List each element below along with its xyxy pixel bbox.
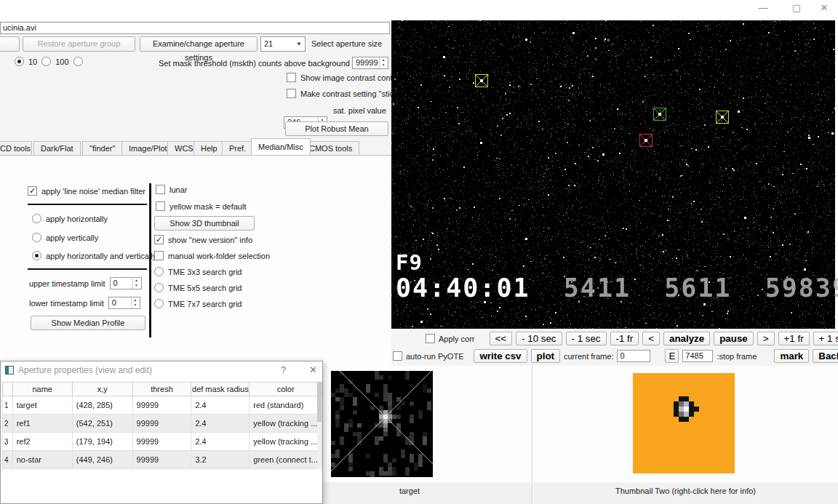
help-icon[interactable]: ?	[281, 364, 286, 375]
dialog-titlebar[interactable]: Aperture properties (view and edit) ? ✕	[1, 361, 322, 379]
zoom-10-radio[interactable]	[41, 57, 51, 66]
upper-timestamp-spinbox[interactable]: 0 ▲▼	[110, 277, 142, 289]
back-to-mark-button[interactable]: Back to 'mark'	[813, 349, 838, 363]
dialog-scrollbar[interactable]	[317, 382, 322, 469]
line-noise-filter-checkbox[interactable]: ✓	[28, 186, 37, 196]
cell-thresh[interactable]: 99999	[132, 396, 191, 415]
filename-field[interactable]: ucinia.avi	[0, 22, 390, 34]
stop-frame-input[interactable]: 7485	[682, 350, 713, 362]
close-icon[interactable]: ✕	[812, 0, 837, 16]
e-button[interactable]: E	[665, 349, 679, 363]
auto-run-pyote-checkbox[interactable]	[393, 351, 402, 361]
minimize-icon[interactable]: —	[751, 0, 775, 16]
zoom-100-radio[interactable]	[73, 57, 83, 66]
thumbnail-two-image[interactable]	[633, 373, 735, 473]
show-3d-thumbnail-button[interactable]: Show 3D thumbnail	[154, 216, 255, 231]
cell-xy[interactable]: (428, 285)	[72, 396, 132, 415]
apply-both-radio[interactable]	[32, 251, 41, 260]
target-box[interactable]	[639, 134, 653, 147]
tme-7x7-radio[interactable]	[154, 299, 164, 308]
col-name[interactable]: name	[12, 383, 72, 396]
cell-thresh[interactable]: 99999	[132, 433, 191, 451]
tab-median-misc[interactable]: Median/Misc	[251, 138, 311, 155]
tme-5x5-radio[interactable]	[154, 283, 164, 292]
cell-thresh[interactable]: 99999	[132, 451, 191, 469]
cell-xy[interactable]: (449, 246)	[72, 451, 132, 469]
tab-cmos-tools[interactable]: CMOS tools	[302, 141, 359, 155]
back-1frame-button[interactable]: -1 fr	[610, 332, 639, 345]
cell-color[interactable]: green (connect t...	[250, 451, 322, 469]
cell-radius[interactable]: 2.4	[191, 396, 250, 415]
cell-thresh[interactable]: 99999	[132, 415, 191, 433]
plot-robust-mean-button[interactable]: Plot Robust Mean	[285, 121, 388, 136]
col-thresh[interactable]: thresh	[132, 383, 191, 396]
lower-timestamp-spinbox[interactable]: 0 ▲▼	[108, 297, 140, 309]
col-radius[interactable]: def mask radius	[191, 383, 250, 396]
cell-radius[interactable]: 2.4	[191, 433, 250, 451]
table-row[interactable]: 1 target (428, 285) 99999 2.4 red (stand…	[3, 396, 322, 415]
cell-xy[interactable]: (542, 251)	[72, 415, 132, 433]
tab-pref[interactable]: Pref.	[222, 141, 253, 155]
jump-start-button[interactable]: <<	[490, 332, 513, 345]
cell-name[interactable]: ref1	[12, 415, 72, 433]
tab-finder[interactable]: "finder"	[82, 141, 122, 155]
cell-name[interactable]: target	[12, 396, 72, 415]
show-contrast-checkbox[interactable]	[287, 73, 296, 82]
close-icon[interactable]: ✕	[309, 364, 317, 375]
table-row[interactable]: 2 ref1 (542, 251) 99999 2.4 yellow (trac…	[3, 415, 322, 433]
no-star-box[interactable]	[653, 108, 666, 121]
cell-name[interactable]: no-star	[12, 451, 72, 469]
mark-button[interactable]: mark	[774, 349, 809, 363]
work-folder-checkbox[interactable]	[154, 251, 164, 260]
apply-horizontally-radio[interactable]	[32, 214, 41, 223]
apply-vertically-radio[interactable]	[32, 233, 41, 242]
back-10sec-button[interactable]: - 10 sec	[516, 332, 562, 345]
lunar-checkbox[interactable]	[156, 185, 165, 194]
cell-radius[interactable]: 3.2	[191, 451, 250, 469]
fwd-1frame-button[interactable]: +1 fr	[778, 332, 810, 345]
tab-image-plot[interactable]: Image/Plot	[121, 141, 175, 155]
cell-color[interactable]: yellow (tracking ...	[250, 415, 322, 433]
yellow-mask-checkbox[interactable]	[156, 201, 165, 211]
ref1-box[interactable]	[716, 111, 729, 124]
cell-color[interactable]: red (standard)	[250, 396, 322, 415]
table-row[interactable]: 3 ref2 (179, 194) 99999 2.4 yellow (trac…	[3, 433, 322, 451]
cell-name[interactable]: ref2	[12, 433, 72, 451]
restore-aperture-group-button[interactable]: Restore aperture group	[23, 36, 135, 52]
tab-ccd-tools[interactable]: CCD tools	[0, 141, 32, 155]
cell-radius[interactable]: 2.4	[191, 415, 250, 433]
play-forward-button[interactable]: >	[757, 332, 775, 345]
col-color[interactable]: color	[250, 383, 322, 396]
fwd-1sec-button[interactable]: + 1 sec	[813, 332, 838, 345]
aperture-size-select[interactable]: 21 ▼	[260, 36, 306, 52]
current-frame-input[interactable]: 0	[617, 350, 650, 362]
pause-button[interactable]: pause	[714, 332, 754, 345]
tab-help[interactable]: Help	[193, 141, 225, 155]
spinner-arrows-icon[interactable]: ▲▼	[131, 297, 139, 308]
tme-3x3-radio[interactable]	[154, 267, 164, 276]
show-median-profile-button[interactable]: Show Median Profile	[31, 316, 145, 330]
video-frame-image[interactable]: F9 04:40:01 5411 5611 59839	[391, 20, 835, 329]
spinner-arrows-icon[interactable]: ▲▼	[379, 57, 387, 68]
back-1sec-button[interactable]: - 1 sec	[566, 332, 607, 345]
cutoff-button[interactable]	[0, 36, 20, 52]
mask-threshold-spinbox[interactable]: 99999 ▲▼	[352, 57, 388, 69]
target-thumbnail-image[interactable]	[331, 371, 433, 477]
cell-color[interactable]: yellow (tracking ...	[250, 433, 322, 451]
plot-button[interactable]: plot	[531, 349, 560, 363]
write-csv-button[interactable]: write csv	[474, 349, 527, 363]
zoom-1-radio[interactable]	[15, 57, 24, 66]
col-xy[interactable]: x,y	[72, 383, 132, 396]
sticky-contrast-checkbox[interactable]	[287, 89, 296, 98]
table-row[interactable]: 4 no-star (449, 246) 99999 3.2 green (co…	[3, 451, 322, 469]
play-back-button[interactable]: <	[642, 332, 660, 345]
ref2-box[interactable]	[475, 74, 488, 87]
analyze-button[interactable]: analyze	[663, 332, 710, 345]
maximize-icon[interactable]: ▢	[784, 0, 809, 16]
spinner-arrows-icon[interactable]: ▲▼	[132, 278, 140, 289]
new-version-info-checkbox[interactable]: ✓	[154, 235, 164, 244]
cell-xy[interactable]: (179, 194)	[72, 433, 132, 451]
tab-dark-flat[interactable]: Dark/Flat	[33, 141, 81, 155]
apply-corr-checkbox[interactable]	[426, 334, 435, 343]
examine-aperture-settings-button[interactable]: Examine/change aperture settings	[140, 36, 258, 52]
